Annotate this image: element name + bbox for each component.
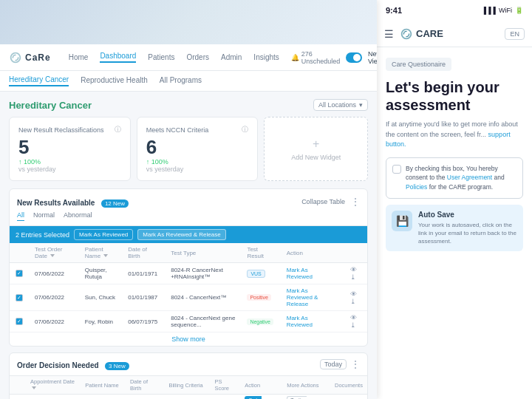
download-icon-2[interactable]: ⤓: [350, 298, 356, 305]
row-checkbox-3[interactable]: [16, 318, 23, 325]
widgets-row: New Result Reclassifications ⓘ 5 ↑ 100% …: [9, 117, 368, 181]
consent-text: By checking this box, You hereby consent…: [406, 164, 516, 192]
col-result[interactable]: Test Result: [241, 243, 280, 263]
consent-box: By checking this box, You hereby consent…: [386, 157, 523, 199]
widget-vs-1: vs yesterday: [18, 166, 121, 173]
orders-more-icon[interactable]: ⋮: [351, 359, 360, 369]
new-view-label: New View: [368, 50, 377, 65]
nav-home[interactable]: Home: [69, 53, 89, 61]
widget-header-2: Meets NCCN Criteria ⓘ: [146, 125, 249, 134]
sub-nav-reproductive[interactable]: Reproductive Health: [81, 76, 148, 86]
row-checkbox-1[interactable]: [16, 270, 23, 277]
widget-info-icon-1[interactable]: ⓘ: [115, 125, 121, 134]
widget-reclassifications: New Result Reclassifications ⓘ 5 ↑ 100% …: [9, 117, 131, 181]
nav-patients[interactable]: Patients: [148, 53, 174, 61]
mark-reviewed-button[interactable]: Mark As Reviewed: [74, 229, 133, 240]
row-action-2[interactable]: Mark As Reviewed & Release: [287, 287, 318, 307]
results-title-area: New Results Available 12 New: [17, 195, 129, 208]
nav-admin[interactable]: Admin: [221, 53, 242, 61]
mobile-content: Care Questionaire Let's begin your asses…: [377, 47, 532, 399]
collapse-button[interactable]: Collapse Table: [301, 198, 345, 205]
filter-abnormal[interactable]: Abnormal: [64, 211, 92, 221]
results-header: New Results Available 12 New Collapse Ta…: [10, 189, 367, 211]
nav-insights[interactable]: Insights: [253, 53, 279, 61]
section-header: Hereditary Cancer All Locations ▾: [9, 99, 368, 111]
results-action-bar: 2 Entries Selected Mark As Reviewed Mark…: [10, 226, 367, 243]
new-view-toggle[interactable]: [346, 52, 362, 63]
result-type-1: 8024-R CancerNext +RNAInsight™: [165, 263, 241, 284]
order-row: 07/06/2022 Mehta, Amar 10/11/1990 NCCN M…: [10, 395, 367, 400]
save-icon: 💾: [396, 215, 409, 227]
order-dob-1: 10/11/1990: [126, 395, 165, 400]
order-col-appt[interactable]: Appointment Date: [26, 376, 81, 395]
results-title: New Results Available: [17, 199, 95, 207]
testing-decision-1[interactable]: Testing Decision: [287, 396, 310, 399]
logo: CaRe: [9, 51, 51, 64]
orders-title: Order Decision Needed: [17, 361, 99, 369]
location-selector[interactable]: All Locations ▾: [313, 99, 368, 111]
orders-section: Order Decision Needed 3 New Today ⋮ Appo…: [9, 352, 368, 399]
consent-checkbox[interactable]: [392, 165, 401, 174]
mobile-logo-text: CARE: [416, 28, 443, 39]
col-date[interactable]: Test Order Date: [29, 243, 79, 263]
order-action-1[interactable]: Order Testing: [245, 396, 265, 399]
signal-icon: ▐▐▐: [482, 7, 496, 14]
col-dob[interactable]: Date of Birth: [122, 243, 165, 263]
results-new-badge: 12 New: [101, 200, 129, 208]
sub-nav-hereditary[interactable]: Hereditary Cancer: [9, 75, 69, 86]
orders-header-right: Today ⋮: [320, 359, 360, 369]
widget-title-1: New Result Reclassifications: [18, 126, 104, 134]
widget-info-icon-2[interactable]: ⓘ: [242, 125, 248, 134]
download-icon-1[interactable]: ⤓: [350, 273, 356, 281]
mobile-heading: Let's begin your assessment: [386, 78, 523, 114]
more-options-icon[interactable]: ⋮: [351, 197, 360, 207]
col-patient[interactable]: Patient Name: [79, 243, 122, 263]
results-show-more[interactable]: Show more: [10, 332, 367, 346]
widget-change-2: ↑ 100%: [146, 158, 249, 166]
row-checkbox-2[interactable]: [16, 294, 23, 301]
col-test-type[interactable]: Test Type: [165, 243, 241, 263]
autosave-content: Auto Save Your work is autosaved, click …: [418, 211, 517, 246]
main-nav: CaRe Home Dashboard Patients Orders Admi…: [0, 44, 377, 71]
sub-nav: Hereditary Cancer Reproductive Health Al…: [0, 71, 377, 92]
result-dob-1: 01/01/1971: [122, 263, 165, 284]
orders-header: Order Decision Needed 3 New Today ⋮: [10, 353, 367, 376]
user-agreement-link[interactable]: User Agreement: [447, 174, 492, 181]
results-table: Test Order Date Patient Name Date of Bir…: [10, 243, 367, 332]
eye-icon-3[interactable]: 👁: [350, 314, 357, 321]
row-action-1[interactable]: Mark As Reviewed: [287, 267, 313, 280]
result-badge-2: Positive: [247, 294, 271, 301]
order-col-action: Action: [240, 376, 282, 395]
status-time: 9:41: [386, 6, 402, 15]
today-selector[interactable]: Today: [320, 359, 347, 369]
nav-right-section: 🔔 276 Unscheduled New View 🔍: [291, 50, 377, 66]
col-action: Action: [281, 243, 341, 263]
result-date-3: 07/06/2022: [29, 311, 79, 332]
row-action-3[interactable]: Mark As Reviewed: [287, 315, 313, 328]
hamburger-icon[interactable]: ☰: [384, 28, 394, 40]
mark-reviewed-release-button[interactable]: Mark As Reviewed & Release: [137, 229, 225, 240]
result-badge-1: VUS: [247, 270, 265, 278]
widget-title-2: Meets NCCN Criteria: [146, 126, 209, 134]
chevron-down-icon: ▾: [359, 101, 363, 109]
order-col-docs: Documents: [330, 376, 367, 395]
nav-orders[interactable]: Orders: [186, 53, 209, 61]
order-col-score[interactable]: PS Score: [210, 376, 240, 395]
logo-icon: [9, 51, 22, 64]
eye-icon-1[interactable]: 👁: [350, 266, 357, 273]
mobile-description: If at anytime you'd like to get more inf…: [386, 120, 523, 150]
order-col-patient[interactable]: Patient Name: [81, 376, 126, 395]
sub-nav-all-programs[interactable]: All Programs: [160, 76, 202, 86]
add-widget-button[interactable]: + Add New Widget: [264, 117, 368, 181]
bell-icon: 🔔: [291, 54, 299, 61]
dashboard-panel: CaRe Home Dashboard Patients Orders Admi…: [0, 0, 377, 399]
order-col-criteria[interactable]: Billing Criteria: [164, 376, 210, 395]
policies-link[interactable]: Policies: [406, 183, 427, 191]
filter-normal[interactable]: Normal: [33, 211, 55, 221]
eye-icon-2[interactable]: 👁: [350, 290, 357, 298]
mobile-lang-selector[interactable]: EN: [505, 28, 525, 40]
order-col-dob[interactable]: Date of Birth: [126, 376, 165, 395]
download-icon-3[interactable]: ⤓: [350, 321, 356, 329]
nav-dashboard[interactable]: Dashboard: [100, 52, 136, 63]
filter-all[interactable]: All: [17, 211, 24, 221]
